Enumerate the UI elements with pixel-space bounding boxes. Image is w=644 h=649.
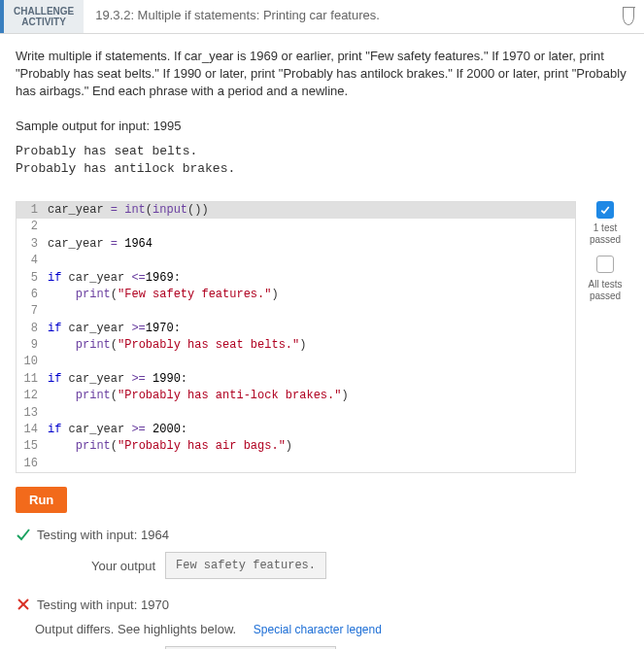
code-line[interactable]: print("Probably has seat belts.") xyxy=(44,337,575,354)
line-number: 5 xyxy=(17,270,44,287)
code-line[interactable]: if car_year >=1970: xyxy=(44,321,575,337)
line-number: 4 xyxy=(17,253,44,269)
sample-output-label: Sample output for input: 1995 xyxy=(16,119,628,133)
code-line[interactable] xyxy=(44,354,575,370)
line-number: 9 xyxy=(17,337,44,354)
badge-line-2: ACTIVITY xyxy=(14,17,74,27)
test-status-panel: 1 test passed All tests passed xyxy=(582,201,628,312)
line-number: 3 xyxy=(17,236,44,253)
code-line[interactable] xyxy=(44,405,575,422)
badge-line-1: CHALLENGE xyxy=(14,6,74,17)
line-number: 12 xyxy=(17,388,44,404)
code-line[interactable]: if car_year <=1969: xyxy=(44,270,575,287)
code-line[interactable]: print("Probably has anti-lock brakes.") xyxy=(44,388,575,404)
test-result-1: Testing with input: 1964 Your output Few… xyxy=(16,527,628,579)
diff-note-text: Output differs. See highlights below. xyxy=(35,622,236,636)
line-number: 15 xyxy=(17,438,44,455)
your-output-label: Your output xyxy=(64,559,165,573)
check-icon xyxy=(16,527,31,542)
test-header-text: Testing with input: 1964 xyxy=(37,528,169,542)
line-number: 13 xyxy=(17,405,44,422)
code-line[interactable] xyxy=(44,253,575,269)
x-icon xyxy=(16,597,31,612)
test-header-text: Testing with input: 1970 xyxy=(37,598,169,612)
one-test-passed-icon xyxy=(596,201,614,219)
code-line[interactable] xyxy=(44,303,575,320)
line-number: 6 xyxy=(17,287,44,303)
challenge-badge: CHALLENGE ACTIVITY xyxy=(0,0,84,33)
special-char-legend-link[interactable]: Special character legend xyxy=(254,623,382,636)
code-line[interactable]: car_year = 1964 xyxy=(44,236,575,253)
line-number: 1 xyxy=(17,202,44,219)
all-tests-passed-label: All tests passed xyxy=(582,279,628,302)
line-number: 14 xyxy=(17,422,44,438)
completion-shield-icon xyxy=(613,0,644,33)
sample-output: Probably has seat belts. Probably has an… xyxy=(16,143,628,178)
run-button[interactable]: Run xyxy=(16,487,67,513)
one-test-passed-label: 1 test passed xyxy=(582,222,628,246)
code-line[interactable] xyxy=(44,219,575,235)
your-output-value: Few safety features. xyxy=(165,552,326,579)
activity-title: 19.3.2: Multiple if statements: Printing… xyxy=(84,0,613,33)
code-line[interactable]: print("Few safety features.") xyxy=(44,287,575,303)
line-number: 10 xyxy=(17,354,44,370)
line-number: 7 xyxy=(17,303,44,320)
all-tests-passed-icon xyxy=(596,256,614,273)
code-line[interactable]: car_year = int(input()) xyxy=(44,202,575,219)
code-editor[interactable]: 1car_year = int(input()) 2 3car_year = 1… xyxy=(16,201,576,473)
line-number: 16 xyxy=(17,456,44,472)
code-line[interactable]: if car_year >= 2000: xyxy=(44,422,575,438)
activity-header: CHALLENGE ACTIVITY 19.3.2: Multiple if s… xyxy=(0,0,644,34)
instructions-text: Write multiple if statements. If car_yea… xyxy=(16,48,628,101)
line-number: 11 xyxy=(17,371,44,388)
line-number: 2 xyxy=(17,219,44,235)
test-result-2: Testing with input: 1970 Output differs.… xyxy=(16,597,628,649)
code-line[interactable]: print("Probably has air bags.") xyxy=(44,438,575,455)
line-number: 8 xyxy=(17,321,44,337)
code-line[interactable]: if car_year >= 1990: xyxy=(44,371,575,388)
code-line[interactable] xyxy=(44,456,575,472)
